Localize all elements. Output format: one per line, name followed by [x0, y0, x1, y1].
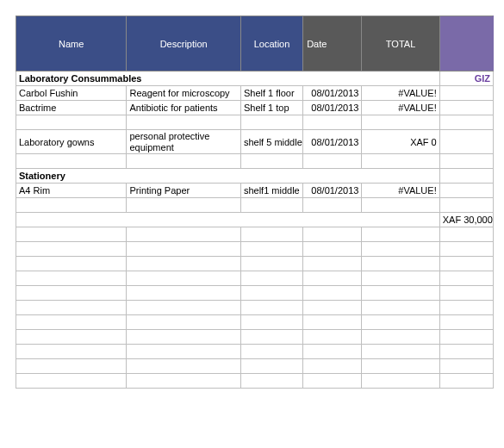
blank-cell[interactable] [439, 374, 493, 389]
cell-extra[interactable] [439, 198, 493, 213]
cell-location[interactable]: Shelf 1 top [240, 101, 302, 115]
cell-date[interactable] [303, 115, 362, 130]
blank-cell[interactable] [16, 374, 127, 389]
cell-total[interactable]: XAF 0 [362, 130, 439, 154]
blank-cell[interactable] [362, 301, 439, 315]
blank-cell[interactable] [127, 374, 240, 389]
blank-cell[interactable] [303, 257, 362, 271]
blank-cell[interactable] [240, 242, 302, 257]
cell-name[interactable] [16, 154, 127, 169]
cell-date[interactable]: 08/01/2013 [303, 86, 362, 101]
cell-location[interactable]: Shelf 1 floor [240, 86, 302, 101]
blank-cell[interactable] [439, 301, 493, 315]
blank-cell[interactable] [240, 286, 302, 301]
blank-cell[interactable] [303, 301, 362, 315]
blank-cell[interactable] [439, 257, 493, 271]
cell-description[interactable]: Printing Paper [127, 184, 240, 198]
cell-total[interactable]: #VALUE! [362, 101, 439, 115]
col-name[interactable]: Name [16, 16, 127, 72]
blank-cell[interactable] [16, 271, 127, 286]
blank-cell[interactable] [127, 271, 240, 286]
section-title[interactable]: Laboratory Consummables [16, 72, 440, 86]
cell-description[interactable] [127, 198, 240, 213]
blank-cell[interactable] [240, 301, 302, 315]
blank-cell[interactable] [303, 359, 362, 374]
blank-cell[interactable] [127, 301, 240, 315]
cell-description[interactable] [127, 154, 240, 169]
blank-cell[interactable] [16, 301, 127, 315]
cell-total[interactable]: #VALUE! [362, 86, 439, 101]
blank-cell[interactable] [303, 315, 362, 330]
cell-location[interactable]: shelf 5 middle [240, 130, 302, 154]
col-location[interactable]: Location [240, 16, 302, 72]
cell-name[interactable]: Laboratory gowns [16, 130, 127, 154]
blank-cell[interactable] [16, 242, 127, 257]
cell-description[interactable]: Reagent for microscopy [127, 86, 240, 101]
cell-name[interactable] [16, 198, 127, 213]
cell-total[interactable] [362, 198, 439, 213]
blank-cell[interactable] [439, 345, 493, 359]
blank-cell[interactable] [127, 359, 240, 374]
blank-cell[interactable] [439, 359, 493, 374]
blank-cell[interactable] [362, 286, 439, 301]
cell-extra[interactable] [439, 130, 493, 154]
blank-cell[interactable] [240, 374, 302, 389]
blank-cell[interactable] [127, 257, 240, 271]
blank-cell[interactable] [240, 359, 302, 374]
blank-cell[interactable] [439, 286, 493, 301]
cell-extra[interactable] [439, 86, 493, 101]
cell-name[interactable]: Carbol Fushin [16, 86, 127, 101]
blank-cell[interactable] [127, 227, 240, 242]
section-right-label[interactable]: GIZ [439, 72, 493, 86]
blank-cell[interactable] [16, 330, 127, 345]
blank-cell[interactable] [303, 345, 362, 359]
blank-cell[interactable] [127, 286, 240, 301]
blank-cell[interactable] [362, 359, 439, 374]
blank-cell[interactable] [303, 330, 362, 345]
blank-cell[interactable] [362, 315, 439, 330]
blank-cell[interactable] [16, 359, 127, 374]
cell-extra[interactable] [439, 154, 493, 169]
blank-cell[interactable] [16, 286, 127, 301]
cell-date[interactable]: 08/01/2013 [303, 184, 362, 198]
blank-cell[interactable] [16, 315, 127, 330]
blank-cell[interactable] [240, 315, 302, 330]
blank-cell[interactable] [240, 345, 302, 359]
blank-cell[interactable] [439, 271, 493, 286]
blank-cell[interactable] [16, 257, 127, 271]
blank-cell[interactable] [303, 242, 362, 257]
blank-cell[interactable] [240, 271, 302, 286]
cell-name[interactable] [16, 115, 127, 130]
section-title[interactable]: Stationery [16, 169, 440, 184]
cell-location[interactable] [240, 198, 302, 213]
cell-date[interactable] [303, 198, 362, 213]
cell-date[interactable]: 08/01/2013 [303, 101, 362, 115]
blank-cell[interactable] [240, 227, 302, 242]
col-description[interactable]: Description [127, 16, 240, 72]
col-date[interactable]: Date [303, 16, 362, 72]
blank-cell[interactable] [362, 271, 439, 286]
blank-cell[interactable] [127, 242, 240, 257]
blank-cell[interactable] [240, 330, 302, 345]
blank-cell[interactable] [362, 330, 439, 345]
blank-cell[interactable] [240, 257, 302, 271]
cell-description[interactable]: Antibiotic for patients [127, 101, 240, 115]
blank-cell[interactable] [303, 271, 362, 286]
cell-total[interactable]: #VALUE! [362, 184, 439, 198]
blank-cell[interactable] [127, 345, 240, 359]
blank-cell[interactable] [362, 374, 439, 389]
blank-cell[interactable] [362, 242, 439, 257]
cell-location[interactable] [240, 154, 302, 169]
blank-cell[interactable] [362, 345, 439, 359]
cell-extra[interactable] [439, 101, 493, 115]
col-extra[interactable] [439, 16, 493, 72]
cell-description[interactable]: personal protective equipment [127, 130, 240, 154]
cell-extra[interactable] [439, 115, 493, 130]
blank-cell[interactable] [362, 257, 439, 271]
cell-total[interactable] [362, 115, 439, 130]
blank-cell[interactable] [16, 345, 127, 359]
cell-date[interactable]: 08/01/2013 [303, 130, 362, 154]
blank-cell[interactable] [439, 315, 493, 330]
blank-cell[interactable] [362, 227, 439, 242]
blank-cell[interactable] [16, 227, 127, 242]
